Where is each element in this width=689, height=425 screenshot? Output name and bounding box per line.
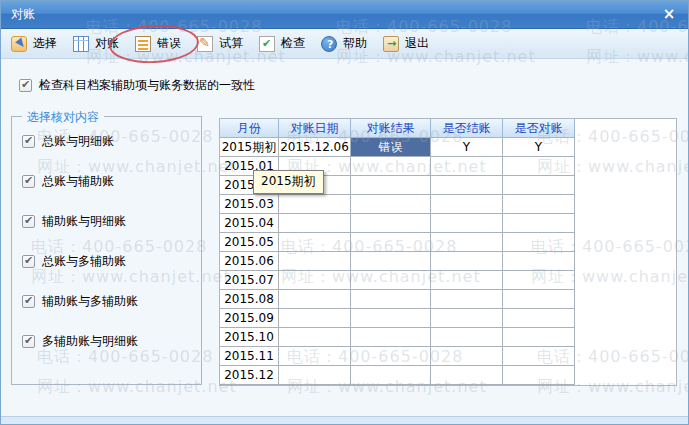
table-cell[interactable]: [503, 290, 575, 309]
toolbar-button-check[interactable]: 检查: [255, 33, 309, 54]
table-cell[interactable]: 2015期初: [220, 138, 279, 157]
table-cell[interactable]: [503, 195, 575, 214]
table-row: 2015.04: [220, 214, 676, 233]
table-cell[interactable]: [503, 252, 575, 271]
table-cell[interactable]: [351, 271, 431, 290]
toolbar-button-help[interactable]: 帮助: [317, 33, 371, 54]
table-cell[interactable]: 2015.09: [220, 309, 279, 328]
table-cell[interactable]: [431, 157, 503, 176]
table-cell[interactable]: [351, 366, 431, 385]
trial-icon: [197, 36, 213, 52]
table-cell[interactable]: Y: [503, 138, 575, 157]
table-cell[interactable]: 2015.12: [220, 366, 279, 385]
table-cell[interactable]: Y: [431, 138, 503, 157]
table-cell[interactable]: [503, 366, 575, 385]
toolbar-button-label: 错误: [157, 35, 181, 52]
table-cell[interactable]: [351, 176, 431, 195]
table-cell[interactable]: [503, 271, 575, 290]
table-cell[interactable]: [279, 328, 351, 347]
table-cell[interactable]: 2015.06: [220, 252, 279, 271]
table-cell[interactable]: [431, 214, 503, 233]
table-cell[interactable]: [279, 347, 351, 366]
table-cell[interactable]: [351, 157, 431, 176]
table-row: 2015.07: [220, 271, 676, 290]
groupbox-title: 选择核对内容: [22, 109, 104, 126]
table-cell[interactable]: 2015.12.06: [279, 138, 351, 157]
toolbar: 选择对账错误试算检查帮助退出: [1, 29, 688, 59]
table-cell[interactable]: [431, 328, 503, 347]
column-header: 月份: [220, 119, 279, 138]
table-cell[interactable]: [431, 290, 503, 309]
table-header-row: 月份对账日期对账结果是否结账是否对账: [220, 119, 676, 138]
check-option-row: 总账与辅助账: [22, 173, 114, 190]
close-icon[interactable]: ×: [660, 5, 678, 23]
table-cell[interactable]: [431, 347, 503, 366]
table-cell[interactable]: [279, 233, 351, 252]
table-row: 2015期初2015.12.06错误YY: [220, 138, 676, 157]
table-cell[interactable]: [351, 252, 431, 271]
table-row: 2015.03: [220, 195, 676, 214]
bottom-strip: [1, 416, 688, 424]
toolbar-button-reconcile[interactable]: 对账: [69, 33, 123, 54]
consistency-checkbox[interactable]: [19, 79, 32, 92]
option-checkbox[interactable]: [22, 175, 35, 188]
table-cell[interactable]: 2015.08: [220, 290, 279, 309]
table-cell[interactable]: [431, 252, 503, 271]
toolbar-button-label: 对账: [95, 35, 119, 52]
table-cell[interactable]: 2015.10: [220, 328, 279, 347]
table-cell[interactable]: [431, 233, 503, 252]
table-cell[interactable]: [351, 347, 431, 366]
table-cell[interactable]: [503, 214, 575, 233]
toolbar-button-label: 帮助: [343, 35, 367, 52]
toolbar-button-exit[interactable]: 退出: [379, 33, 433, 54]
table-cell[interactable]: [503, 347, 575, 366]
column-header: 对账日期: [279, 119, 351, 138]
toolbar-button-label: 检查: [281, 35, 305, 52]
result-cell-selected[interactable]: 错误: [351, 138, 431, 157]
option-label: 多辅助账与明细账: [42, 333, 138, 350]
table-cell[interactable]: [431, 366, 503, 385]
table-cell[interactable]: [279, 252, 351, 271]
option-checkbox[interactable]: [22, 135, 35, 148]
table-cell[interactable]: 2015.07: [220, 271, 279, 290]
table-cell[interactable]: [351, 233, 431, 252]
table-cell[interactable]: [351, 309, 431, 328]
table-cell[interactable]: [431, 195, 503, 214]
option-checkbox[interactable]: [22, 255, 35, 268]
table-cell[interactable]: [279, 309, 351, 328]
table-cell[interactable]: [279, 366, 351, 385]
table-cell[interactable]: 2015.04: [220, 214, 279, 233]
table-cell[interactable]: [503, 157, 575, 176]
table-cell[interactable]: [351, 214, 431, 233]
option-label: 辅助账与明细账: [42, 213, 126, 230]
table-cell[interactable]: [503, 328, 575, 347]
table-cell[interactable]: [351, 195, 431, 214]
table-cell[interactable]: 2015.03: [220, 195, 279, 214]
table-row: 2015.10: [220, 328, 676, 347]
table-cell[interactable]: [279, 271, 351, 290]
toolbar-button-error[interactable]: 错误: [131, 33, 185, 54]
table-cell[interactable]: 2015.05: [220, 233, 279, 252]
table-cell[interactable]: [279, 195, 351, 214]
table-cell[interactable]: [351, 290, 431, 309]
table-cell[interactable]: [351, 328, 431, 347]
table-cell[interactable]: [503, 233, 575, 252]
table-cell[interactable]: [279, 214, 351, 233]
check-option-row: 总账与多辅助账: [22, 253, 126, 270]
option-checkbox[interactable]: [22, 335, 35, 348]
title-bar: 对账 ×: [1, 1, 688, 29]
table-cell[interactable]: [431, 309, 503, 328]
table-cell[interactable]: [431, 176, 503, 195]
select-icon: [11, 36, 27, 52]
table-cell[interactable]: [503, 176, 575, 195]
table-cell[interactable]: [503, 309, 575, 328]
option-checkbox[interactable]: [22, 295, 35, 308]
table-cell[interactable]: [279, 290, 351, 309]
table-row: 2015.12: [220, 366, 676, 385]
table-cell[interactable]: [431, 271, 503, 290]
toolbar-button-select[interactable]: 选择: [7, 33, 61, 54]
option-checkbox[interactable]: [22, 215, 35, 228]
table-row: 2015.06: [220, 252, 676, 271]
table-cell[interactable]: 2015.11: [220, 347, 279, 366]
toolbar-button-trial[interactable]: 试算: [193, 33, 247, 54]
